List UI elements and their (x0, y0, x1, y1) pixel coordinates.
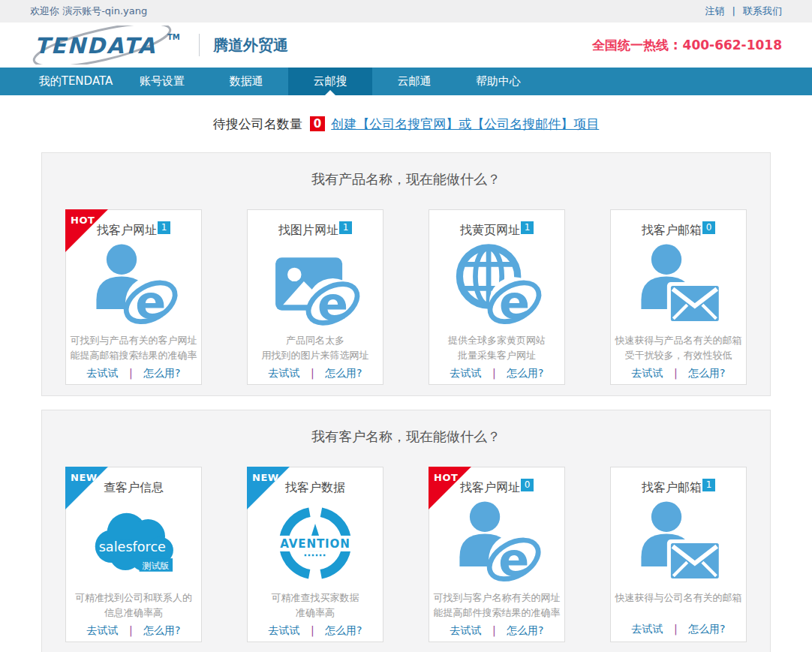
svg-text:e: e (135, 276, 166, 329)
how-link[interactable]: 怎么用? (325, 624, 362, 636)
card-desc-line: 快速获得与产品名有关的邮箱 (615, 333, 742, 348)
how-link[interactable]: 怎么用? (507, 367, 543, 379)
card-title: 找客户网址 (97, 223, 157, 237)
link-separator: | (311, 624, 314, 636)
card-count-badge: 1 (158, 221, 170, 234)
card-title-row: 找黄页网址1 (460, 223, 534, 239)
nav-tab-5[interactable]: 云邮通 (372, 68, 456, 95)
try-link[interactable]: 去试试 (86, 624, 118, 636)
how-link[interactable]: 怎么用? (325, 367, 362, 379)
card-title-row: 找客户邮箱0 (642, 223, 715, 239)
card-links: 去试试 | 怎么用? (268, 620, 362, 641)
how-link[interactable]: 怎么用? (507, 624, 543, 636)
corner-badge-label: HOT (434, 472, 458, 483)
card-row: NEW 查客户信息 salesforce测试版 可精准找到公司和联系人的信息准确… (42, 446, 770, 642)
card-desc-line: 可精准查找买家数据 (272, 590, 359, 605)
card-count-badge: 0 (521, 479, 534, 491)
nav-tab-1[interactable]: 我的TENDATA (32, 68, 120, 95)
card-desc: 可精准查找买家数据准确率高 (272, 590, 359, 620)
how-link[interactable]: 怎么用? (143, 367, 180, 379)
card-desc: 可找到与产品有关的客户网址能提高邮箱搜索结果的准确率 (71, 333, 197, 363)
image-ie-icon: e (248, 239, 383, 333)
card-count-badge: 0 (702, 221, 715, 234)
card-desc-line: 准确率高 (272, 605, 359, 620)
contact-link[interactable]: 联系我们 (743, 5, 782, 17)
create-project-link[interactable]: 创建【公司名搜官网】或【公司名搜邮件】项目 (331, 116, 599, 133)
welcome-text: 欢迎你 演示账号-qin.yang (30, 5, 147, 18)
link-separator: | (674, 367, 678, 379)
card-desc-line: 用找到的图片来筛选网址 (262, 348, 369, 363)
card-title: 找客户数据 (285, 480, 345, 494)
try-link[interactable]: 去试试 (268, 367, 299, 379)
card-links: 去试试 | 怎么用? (450, 363, 543, 384)
section-title: 我有客户名称，现在能做什么？ (42, 410, 770, 446)
how-link[interactable]: 怎么用? (143, 624, 180, 636)
svg-text:e: e (498, 533, 529, 586)
salesforce-icon: salesforce测试版 (66, 496, 201, 590)
pending-count-badge: 0 (310, 116, 325, 131)
card-title: 找客户邮箱 (642, 223, 702, 237)
feature-card: 找客户邮箱0 快速获得与产品名有关的邮箱受干扰较多，有效性较低 去试试 | 怎么… (610, 209, 747, 385)
nav-tab-2[interactable]: 账号设置 (120, 68, 204, 95)
feature-card: HOT 找客户网址1 e 可找到与产品有关的客户网址能提高邮箱搜索结果的准确率 … (65, 209, 202, 385)
link-separator: | (311, 367, 314, 379)
link-separator: | (129, 367, 133, 379)
topbar-links: 注销 | 联系我们 (705, 5, 782, 18)
card-links: 去试试 | 怎么用? (631, 363, 725, 384)
tendata-logo-svg: TENDATA TM (30, 26, 191, 65)
card-desc: 提供全球多家黄页网站批量采集客户网址 (448, 333, 546, 363)
feature-card: 找客户邮箱1 快速获得与公司名有关的邮箱 去试试 | 怎么用? (610, 467, 747, 642)
try-link[interactable]: 去试试 (631, 367, 663, 379)
hotline: 全国统一热线 : 400-662-1018 (592, 37, 782, 54)
card-desc-line: 能提高邮箱搜索结果的准确率 (71, 348, 197, 363)
feature-card: 找图片网址1 e 产品同名太多用找到的图片来筛选网址 去试试 | 怎么用? (247, 209, 383, 385)
how-link[interactable]: 怎么用? (688, 367, 725, 379)
person-mail-icon (611, 496, 746, 590)
how-link[interactable]: 怎么用? (688, 623, 725, 635)
try-link[interactable]: 去试试 (631, 623, 663, 635)
try-link[interactable]: 去试试 (450, 624, 481, 636)
card-count-badge: 1 (339, 221, 352, 234)
try-link[interactable]: 去试试 (450, 367, 481, 379)
card-title-row: 找客户数据 (285, 480, 345, 496)
link-separator: | (129, 624, 133, 636)
card-title-row: 查客户信息 (104, 480, 164, 496)
person-ie-icon: e (429, 496, 564, 590)
feature-section-1: 我有产品名称，现在能做什么？ HOT 找客户网址1 e 可找到与产品有关的客户网… (41, 152, 771, 396)
card-links: 去试试 | 怎么用? (268, 363, 362, 384)
subheader: 待搜公司名数量 0 创建【公司名搜官网】或【公司名搜邮件】项目 (0, 95, 812, 152)
nav-tab-6[interactable]: 帮助中心 (456, 68, 540, 95)
card-desc-line: 信息准确率高 (75, 605, 192, 620)
card-desc-line: 能提高邮件搜索结果的准确率 (434, 605, 561, 620)
person-mail-icon (611, 239, 746, 333)
nav-tab-4[interactable]: 云邮搜 (288, 68, 372, 95)
logo-divider (199, 34, 200, 56)
card-links: 去试试 | 怎么用? (86, 620, 180, 641)
card-title: 查客户信息 (104, 480, 164, 494)
card-title-row: 找图片网址1 (278, 223, 352, 239)
card-title: 找黄页网址 (460, 223, 520, 237)
main-nav: 我的TENDATA账号设置数据通云邮搜云邮通帮助中心 (0, 68, 812, 95)
corner-badge-label: HOT (71, 215, 95, 226)
pending-count-label: 待搜公司名数量 (213, 116, 302, 133)
corner-badge-label: NEW (252, 472, 279, 483)
svg-text:测试版: 测试版 (142, 560, 170, 571)
card-desc: 可找到与客户名称有关的网址能提高邮件搜索结果的准确率 (434, 590, 561, 620)
feature-card: 找黄页网址1 e 提供全球多家黄页网站批量采集客户网址 去试试 | 怎么用? (429, 209, 565, 385)
nav-tab-3[interactable]: 数据通 (204, 68, 288, 95)
corner-badge-label: NEW (71, 472, 98, 483)
avention-icon: AVENTION (248, 496, 383, 590)
card-desc-line: 可找到与客户名称有关的网址 (434, 590, 561, 605)
tendata-logo[interactable]: TENDATA TM (30, 26, 191, 65)
nav-tab-label: 云邮通 (398, 74, 432, 88)
svg-text:e: e (499, 276, 530, 329)
card-desc-line: 可找到与产品有关的客户网址 (71, 333, 197, 348)
try-link[interactable]: 去试试 (86, 367, 118, 379)
card-links: 去试试 | 怎么用? (450, 620, 543, 641)
try-link[interactable]: 去试试 (268, 624, 299, 636)
card-desc-line: 产品同名太多 (262, 333, 369, 348)
card-links: 去试试 | 怎么用? (86, 363, 180, 384)
logout-link[interactable]: 注销 (705, 5, 724, 17)
section-title: 我有产品名称，现在能做什么？ (42, 153, 770, 188)
topbar-divider: | (732, 5, 735, 17)
